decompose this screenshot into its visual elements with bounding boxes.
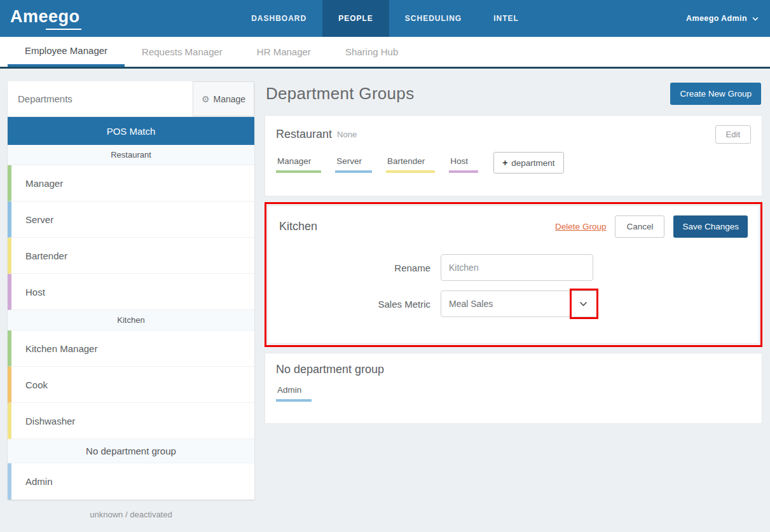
chip-manager: Manager [276, 156, 321, 173]
cancel-button[interactable]: Cancel [615, 215, 664, 238]
pos-match-button[interactable]: POS Match [8, 117, 254, 145]
create-new-group-button[interactable]: Create New Group [670, 83, 761, 105]
brand-underline [46, 29, 81, 30]
chip-server: Server [335, 156, 372, 173]
nav-item-intel[interactable]: INTEL [478, 0, 535, 37]
chip-admin: Admin [276, 385, 312, 402]
tab-sharing-hub[interactable]: Sharing Hub [328, 37, 415, 67]
unknown-deactivated-label: unknown / deactivated [8, 510, 254, 519]
rename-row: Rename [279, 254, 748, 281]
kitchen-card-header: Kitchen Delete Group Cancel Save Changes [279, 215, 748, 238]
section-header-kitchen: Kitchen [8, 310, 254, 331]
chevron-down-icon [752, 17, 759, 21]
rename-input[interactable] [441, 254, 593, 281]
chevron-down-icon [579, 301, 588, 306]
dept-item-server[interactable]: Server [8, 201, 254, 238]
user-menu-label: Ameego Admin [686, 14, 747, 23]
restaurant-group-title: Restaurant [276, 128, 332, 141]
kitchen-group-title: Kitchen [279, 220, 317, 233]
gear-icon: ⚙ [202, 95, 210, 104]
dept-item-host[interactable]: Host [8, 274, 254, 310]
sales-metric-select[interactable]: Meal Sales [441, 290, 597, 317]
nav-item-dashboard[interactable]: DASHBOARD [235, 0, 322, 37]
dept-item-admin[interactable]: Admin [8, 463, 254, 500]
tab-employee-manager[interactable]: Employee Manager [8, 37, 125, 67]
delete-group-link[interactable]: Delete Group [555, 222, 606, 231]
dept-item-bartender[interactable]: Bartender [8, 238, 254, 274]
dept-item-dishwasher[interactable]: Dishwasher [8, 403, 254, 439]
chip-host: Host [449, 156, 478, 173]
annotation-box-kitchen-card: Kitchen Delete Group Cancel Save Changes… [265, 202, 762, 347]
restaurant-group-subtitle: None [337, 130, 357, 139]
user-menu[interactable]: Ameego Admin [686, 0, 759, 37]
dept-item-cook[interactable]: Cook [8, 367, 254, 403]
dept-item-kitchen-manager[interactable]: Kitchen Manager [8, 331, 254, 367]
sales-metric-label: Sales Metric [279, 299, 430, 310]
restaurant-chips-row: Manager Server Bartender Host + departme… [276, 154, 751, 175]
main-area: Departments ⚙ Manage POS Match Restauran… [0, 69, 770, 519]
dept-item-manager[interactable]: Manager [8, 165, 254, 201]
rename-label: Rename [279, 263, 430, 273]
nav-item-scheduling[interactable]: SCHEDULING [389, 0, 478, 37]
nogroup-title: No department group [276, 363, 384, 376]
primary-nav: DASHBOARD PEOPLE SCHEDULING INTEL [235, 0, 535, 37]
section-tabbar: Employee Manager Requests Manager HR Man… [0, 37, 770, 69]
content-header: Department Groups Create New Group [266, 83, 761, 105]
restaurant-card-header: Restaurant None Edit [276, 125, 751, 144]
manage-button[interactable]: ⚙ Manage [193, 81, 254, 116]
departments-column: Departments ⚙ Manage POS Match Restauran… [8, 81, 254, 519]
departments-panel: Departments ⚙ Manage POS Match Restauran… [8, 81, 254, 500]
tab-hr-manager[interactable]: HR Manager [240, 37, 328, 67]
departments-panel-header: Departments ⚙ Manage [8, 81, 254, 117]
nav-item-people[interactable]: PEOPLE [322, 0, 389, 37]
sales-metric-row: Sales Metric Meal Sales [279, 290, 748, 317]
manage-button-label: Manage [213, 94, 245, 104]
select-caret-area [570, 291, 596, 317]
section-header-restaurant: Restaurant [8, 145, 254, 165]
save-changes-button[interactable]: Save Changes [673, 215, 748, 238]
group-card-no-department: No department group Admin [265, 353, 762, 424]
brand-text: Ameego [10, 7, 80, 30]
department-groups-column: Department Groups Create New Group Resta… [265, 81, 762, 519]
add-department-button[interactable]: + department [493, 152, 563, 174]
nogroup-card-header: No department group [276, 363, 751, 376]
edit-button[interactable]: Edit [715, 125, 751, 144]
nogroup-chips-row: Admin [276, 385, 751, 402]
plus-icon: + [502, 158, 507, 168]
departments-title: Departments [8, 81, 72, 116]
kitchen-card-actions: Delete Group Cancel Save Changes [555, 215, 748, 238]
sales-metric-value: Meal Sales [441, 299, 570, 309]
tab-requests-manager[interactable]: Requests Manager [125, 37, 240, 67]
kitchen-edit-form: Rename Sales Metric Meal Sales [279, 254, 748, 317]
group-card-restaurant: Restaurant None Edit Manager Server Bart… [265, 115, 762, 196]
chip-bartender: Bartender [386, 156, 435, 173]
top-navbar: Ameego DASHBOARD PEOPLE SCHEDULING INTEL… [0, 0, 770, 37]
group-card-kitchen-edit: Kitchen Delete Group Cancel Save Changes… [268, 205, 759, 344]
page-title: Department Groups [266, 84, 414, 104]
add-department-label: department [511, 158, 554, 168]
ameego-logo[interactable]: Ameego [10, 0, 80, 37]
section-header-no-department-group: No department group [8, 439, 254, 463]
